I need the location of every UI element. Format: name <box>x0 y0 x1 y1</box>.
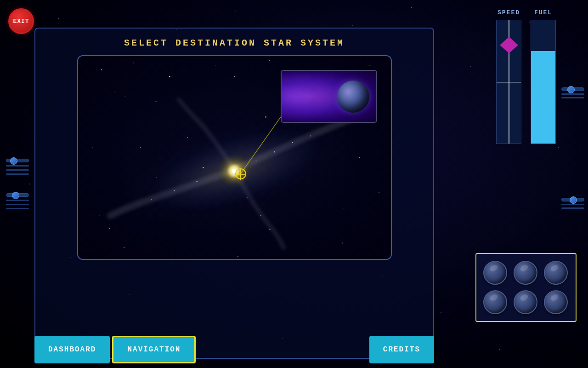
svg-point-7 <box>114 92 115 93</box>
svg-point-12 <box>379 192 379 193</box>
svg-point-3 <box>215 65 215 65</box>
right-slider-2-line <box>561 204 584 205</box>
right-slider-2-line2 <box>561 207 584 209</box>
svg-point-6 <box>369 65 370 66</box>
right-slider-group-1 <box>561 87 584 98</box>
bottom-nav: DASHBOARD NAVIGATION CREDITS <box>34 331 434 368</box>
svg-point-29 <box>151 199 152 200</box>
fuel-gauge-bar[interactable] <box>531 20 556 144</box>
crosshair-ring <box>235 168 246 179</box>
right-sliders-top <box>561 87 584 98</box>
credits-button[interactable]: CREDITS <box>369 336 434 363</box>
svg-point-11 <box>92 147 92 148</box>
right-slider-1-thumb[interactable] <box>567 86 575 93</box>
right-sliders-bottom <box>561 198 584 209</box>
svg-point-31 <box>260 215 261 216</box>
left-slider-2-line <box>6 200 29 201</box>
speed-gauge-bar[interactable] <box>496 20 521 144</box>
svg-point-27 <box>196 181 198 182</box>
crosshair-container[interactable] <box>235 168 246 179</box>
fuel-label: FUEL <box>534 9 552 16</box>
panel-button-6[interactable] <box>544 290 568 314</box>
galaxy-view[interactable] <box>77 55 392 260</box>
planet-popup <box>281 70 377 123</box>
main-panel: SELECT DESTINATION STAR SYSTEM <box>34 28 434 359</box>
gauges-row: SPEED FUEL <box>469 9 583 144</box>
svg-point-16 <box>237 256 238 257</box>
panel-button-4[interactable] <box>483 290 507 314</box>
right-slider-1-line2 <box>561 97 584 98</box>
right-slider-group-2 <box>561 198 584 209</box>
svg-point-1 <box>133 63 134 63</box>
left-slider-group-top <box>6 159 29 175</box>
left-slider-1-thumb[interactable] <box>10 157 17 165</box>
svg-point-24 <box>292 142 293 143</box>
panel-button-3[interactable] <box>544 261 568 285</box>
planet-popup-inner <box>282 71 376 122</box>
right-slider-2[interactable] <box>561 198 584 201</box>
bowtie-top <box>500 37 518 45</box>
main-title: SELECT DESTINATION STAR SYSTEM <box>124 38 345 48</box>
left-panel <box>0 0 34 368</box>
svg-point-14 <box>124 247 124 248</box>
svg-point-4 <box>269 60 270 61</box>
right-slider-1-line <box>561 93 584 95</box>
panel-button-5[interactable] <box>514 290 537 314</box>
svg-point-26 <box>255 161 256 161</box>
left-slider-1-line3 <box>6 173 29 175</box>
fuel-gauge: FUEL <box>531 9 556 144</box>
svg-point-23 <box>273 151 275 153</box>
svg-point-2 <box>169 76 170 77</box>
fuel-bar-fill <box>531 51 555 144</box>
exit-button[interactable]: EXIT <box>8 8 34 34</box>
left-slider-2-line3 <box>6 208 29 209</box>
nebula-glow <box>282 71 339 122</box>
left-slider-2-line2 <box>6 204 29 205</box>
svg-point-30 <box>246 197 247 198</box>
left-slider-group-bottom <box>6 193 29 209</box>
panel-button-2[interactable] <box>514 261 537 285</box>
left-slider-1[interactable] <box>6 159 29 162</box>
planet-sphere <box>337 80 369 113</box>
right-panel: SPEED FUEL <box>464 0 588 368</box>
svg-point-28 <box>174 190 175 191</box>
svg-point-0 <box>101 69 102 70</box>
left-slider-2-thumb[interactable] <box>12 192 19 199</box>
left-slider-2[interactable] <box>6 193 29 197</box>
buttons-panel <box>475 253 577 322</box>
right-slider-1[interactable] <box>561 87 584 91</box>
left-slider-1-line <box>6 165 29 167</box>
speed-gauge: SPEED <box>496 9 521 144</box>
left-slider-1-line2 <box>6 169 29 171</box>
bowtie-bottom <box>500 45 518 53</box>
svg-point-25 <box>310 135 311 136</box>
panel-button-1[interactable] <box>483 261 507 285</box>
dashboard-button[interactable]: DASHBOARD <box>34 336 110 363</box>
navigation-button[interactable]: NAVIGATION <box>112 336 196 363</box>
speed-label: SPEED <box>498 9 520 16</box>
svg-point-13 <box>98 215 99 216</box>
right-slider-2-thumb[interactable] <box>570 196 577 204</box>
svg-point-8 <box>155 101 156 102</box>
svg-point-15 <box>342 242 343 243</box>
